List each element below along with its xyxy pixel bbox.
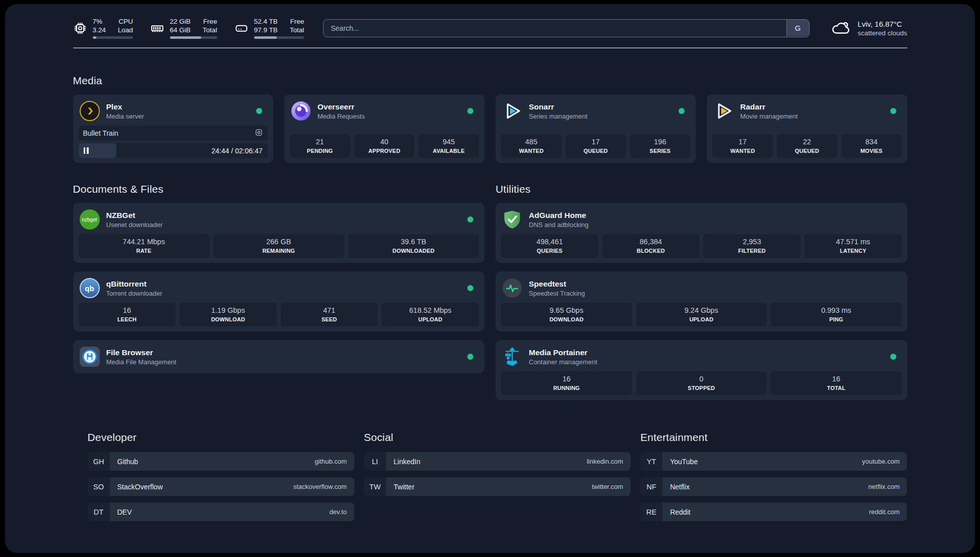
disk-progress-track: [254, 36, 304, 39]
bookmark-abbr: SO: [88, 477, 110, 496]
bookmark-netflix[interactable]: NF Netflix netflix.com: [640, 477, 907, 496]
now-playing-title: Bullet Train: [83, 129, 118, 137]
bookmark-domain: reddit.com: [869, 508, 900, 516]
service-card-adguard: AdGuard Home DNS and adblocking 498,461Q…: [496, 203, 907, 263]
bookmark-abbr: TW: [364, 477, 386, 496]
status-dot: [256, 108, 262, 114]
bookmark-twitter[interactable]: TW Twitter twitter.com: [364, 477, 631, 496]
bookmark-reddit[interactable]: RE Reddit reddit.com: [640, 503, 907, 521]
bookmark-group-social: Social LI LinkedIn linkedin.com TW Twitt…: [364, 431, 631, 528]
memory-free-value: 22 GiB: [170, 17, 191, 26]
service-link-nzbget[interactable]: nzbget NZBGet Usenet downloader: [79, 208, 479, 234]
bookmark-group-entertainment: Entertainment YT YouTube youtube.com NF …: [640, 431, 907, 528]
cpu-load-value: 3.24: [93, 26, 106, 34]
service-title: Plex: [106, 102, 250, 112]
cloud-icon: [830, 19, 851, 38]
disk-icon: [234, 21, 249, 35]
memory-progress-track: [170, 36, 217, 39]
speedtest-icon: [502, 278, 522, 298]
service-subtitle: Usenet downloader: [106, 220, 461, 229]
service-title: Sonarr: [529, 102, 672, 112]
bookmark-abbr: YT: [640, 452, 662, 471]
bookmark-abbr: RE: [640, 503, 662, 521]
stat-download: 1.19 GbpsDOWNLOAD: [179, 303, 277, 326]
cpu-label: CPU: [118, 17, 133, 26]
dashboard: 7% 3.24 CPU Load: [5, 4, 975, 553]
bookmark-name: Github: [117, 458, 138, 466]
status-dot: [467, 108, 473, 114]
service-link-adguard[interactable]: AdGuard Home DNS and adblocking: [501, 208, 902, 234]
overseerr-icon: [291, 101, 311, 121]
status-dot: [890, 354, 896, 360]
disk-free-label: Free: [290, 17, 304, 26]
service-card-radarr: Radarr Movie management 17WANTED 22QUEUE…: [707, 94, 907, 163]
service-card-sonarr: Sonarr Series management 485WANTED 17QUE…: [496, 94, 696, 163]
stat-upload: 618.52 MbpsUPLOAD: [382, 303, 479, 326]
service-subtitle: Torrent downloader: [106, 289, 461, 298]
bookmark-dev[interactable]: DT DEV dev.to: [88, 503, 354, 521]
service-subtitle: DNS and adblocking: [529, 220, 901, 229]
bookmark-domain: dev.to: [329, 508, 346, 516]
service-link-portainer[interactable]: Media Portainer Container management: [501, 345, 902, 371]
bookmark-name: Netflix: [670, 483, 690, 491]
gear-icon[interactable]: [255, 128, 263, 138]
disk-free-value: 52.4 TB: [254, 17, 278, 26]
stat-remaining: 266 GBREMAINING: [213, 234, 344, 258]
adguard-icon: [502, 209, 522, 230]
service-link-speedtest[interactable]: Speedtest Speedtest Tracking: [501, 276, 902, 303]
service-card-filebrowser: File Browser Media File Management: [73, 340, 485, 373]
memory-total-value: 64 GiB: [170, 26, 191, 34]
stat-movies: 834MOVIES: [841, 134, 902, 158]
stat-rate: 744.21 MbpsRATE: [79, 234, 210, 258]
stat-wanted: 485WANTED: [501, 134, 562, 158]
service-card-speedtest: Speedtest Speedtest Tracking 9.65 GbpsDO…: [496, 271, 907, 331]
sonarr-icon: [502, 101, 522, 121]
stat-seed: 471SEED: [281, 303, 378, 326]
service-title: Speedtest: [529, 279, 901, 289]
stat-leech: 16LEECH: [79, 303, 176, 326]
cpu-widget: 7% 3.24 CPU Load: [73, 17, 133, 39]
section-heading-documents: Documents & Files: [73, 183, 485, 195]
section-heading-entertainment: Entertainment: [640, 431, 907, 443]
bookmark-domain: stackoverflow.com: [293, 483, 347, 490]
portainer-icon: [502, 347, 522, 367]
section-heading-media: Media: [73, 75, 907, 87]
playback-time: 24:44 / 02:06:47: [212, 147, 268, 155]
service-subtitle: Series management: [529, 112, 672, 121]
bookmark-name: DEV: [117, 508, 132, 516]
service-link-radarr[interactable]: Radarr Movie management: [712, 99, 901, 126]
service-title: qBittorrent: [106, 279, 461, 289]
nzbget-icon: nzbget: [80, 209, 100, 230]
bookmark-name: LinkedIn: [394, 458, 420, 466]
service-link-filebrowser[interactable]: File Browser Media File Management: [79, 345, 479, 368]
resource-monitors: 7% 3.24 CPU Load: [73, 17, 304, 39]
plex-icon: [80, 101, 100, 121]
bookmark-stackoverflow[interactable]: SO StackOverflow stackoverflow.com: [88, 477, 354, 496]
cpu-progress-track: [93, 36, 133, 39]
bookmark-name: StackOverflow: [117, 483, 163, 491]
service-title: Media Portainer: [529, 348, 884, 357]
stat-queued: 22QUEUED: [777, 134, 837, 158]
memory-free-label: Free: [203, 17, 217, 26]
section-utilities: Utilities: [496, 183, 907, 400]
service-link-plex[interactable]: Plex Media server: [79, 99, 268, 126]
bookmark-linkedin[interactable]: LI LinkedIn linkedin.com: [364, 452, 631, 471]
bookmark-github[interactable]: GH Github github.com: [88, 452, 354, 471]
service-link-overseerr[interactable]: Overseerr Media Requests: [290, 99, 479, 126]
stat-upload: 9.24 GbpsUPLOAD: [636, 303, 767, 326]
bookmark-youtube[interactable]: YT YouTube youtube.com: [640, 452, 907, 471]
memory-total-label: Total: [203, 26, 217, 34]
status-dot: [890, 108, 896, 114]
service-card-qbittorrent: qb qBittorrent Torrent downloader 16LEEC…: [73, 271, 485, 331]
service-link-qbittorrent[interactable]: qb qBittorrent Torrent downloader: [79, 276, 479, 303]
radarr-icon: [713, 101, 733, 121]
header-divider: [73, 47, 907, 48]
search-input[interactable]: [323, 19, 810, 37]
service-link-sonarr[interactable]: Sonarr Series management: [501, 99, 690, 126]
stat-latency: 47.571 msLATENCY: [805, 234, 902, 258]
service-title: File Browser: [106, 348, 461, 357]
stat-filtered: 2,953FILTERED: [703, 234, 801, 258]
service-subtitle: Speedtest Tracking: [529, 289, 901, 298]
cpu-usage: 7%: [93, 17, 106, 26]
search-engine-button[interactable]: G: [786, 20, 809, 36]
